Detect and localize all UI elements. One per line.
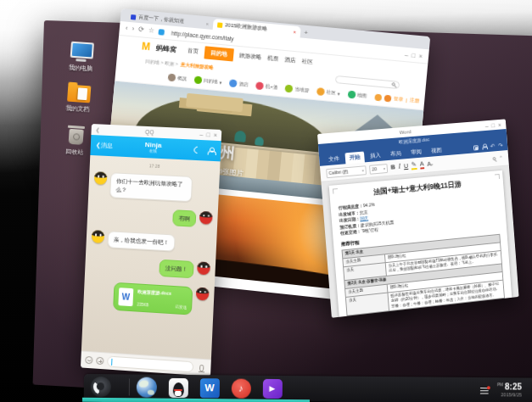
channel-flight-hotel[interactable]: 机+酒 xyxy=(255,81,277,91)
reload-icon[interactable]: ⟳ xyxy=(138,26,144,34)
site-nav-flights[interactable]: 机票 xyxy=(267,54,279,63)
message-input[interactable] xyxy=(107,356,193,373)
font-size-select[interactable]: 20▾ xyxy=(369,164,388,175)
plane-icon xyxy=(255,81,264,90)
word-window-controls: – □ × xyxy=(485,121,501,128)
maximize-button[interactable]: □ xyxy=(206,131,210,137)
chat-message-right: 有啊 xyxy=(92,205,213,228)
register-link[interactable]: 注册 xyxy=(410,97,420,103)
channel-local-tour[interactable]: 当地游 xyxy=(285,85,310,95)
bold-button[interactable]: B xyxy=(390,164,395,170)
tab-review[interactable]: 审阅 xyxy=(406,147,426,159)
hero-dome xyxy=(234,131,246,142)
italic-button[interactable]: I xyxy=(398,164,400,170)
dock-status-area: PM 8:25 2015/9/25 xyxy=(480,382,525,398)
emoji-icon[interactable] xyxy=(85,356,92,365)
tab-file[interactable]: 文件 xyxy=(324,154,344,166)
minimize-button[interactable]: – xyxy=(199,131,203,137)
dock-video[interactable]: ▶ xyxy=(262,378,283,399)
font-family-select[interactable]: Calibri (西▾ xyxy=(326,165,367,178)
ribbon-quick-icons: ↶ ↷ xyxy=(473,142,503,151)
qq-window-controls: – □ × xyxy=(199,131,217,138)
undo-icon[interactable]: ↶ xyxy=(490,143,496,149)
desktop-icon-label: 我的电脑 xyxy=(68,64,92,74)
extension-icon[interactable] xyxy=(159,29,165,36)
tab-insert[interactable]: 插入 xyxy=(366,149,385,162)
baidu-favicon xyxy=(131,14,137,20)
self-avatar[interactable] xyxy=(199,210,213,224)
hotel-icon xyxy=(229,79,238,87)
underline-button[interactable]: U xyxy=(404,163,409,170)
message-bubble: 有啊 xyxy=(172,209,196,227)
doc-link[interactable]: 国庆 xyxy=(360,215,368,221)
close-tab-icon[interactable]: × xyxy=(293,29,296,34)
notification-icon[interactable] xyxy=(480,387,490,394)
word-doc-icon: W xyxy=(118,288,133,306)
tab-view[interactable]: 视图 xyxy=(427,145,446,158)
site-logo-text[interactable]: 蚂蜂窝 xyxy=(156,43,177,54)
site-nav-community[interactable]: 社区 xyxy=(301,57,313,65)
channel-map[interactable]: 地图 xyxy=(347,91,367,100)
dock-qq[interactable] xyxy=(168,377,188,398)
redo-icon[interactable]: ↷ xyxy=(498,142,503,148)
save-icon[interactable] xyxy=(473,145,479,150)
channel-community[interactable]: 社区▾ xyxy=(316,87,340,98)
channel-overview[interactable]: 概况 xyxy=(168,74,188,83)
collapse-ribbon-icon[interactable]: ⌃ xyxy=(499,154,503,161)
dock-clock[interactable]: PM 8:25 2015/9/25 xyxy=(497,383,522,399)
tab-layout[interactable]: 布局 xyxy=(386,148,406,160)
message-icon[interactable] xyxy=(384,94,391,102)
close-button[interactable]: × xyxy=(214,132,217,138)
document-page: 法国+瑞士+意大利9晚11日游 行程满意度：94.2% 出发城市：北京 出发日期… xyxy=(329,170,512,317)
breadcrumb[interactable]: 目的地 > 欧洲 > xyxy=(145,58,178,67)
desktop-icon-my-computer[interactable]: 我的电脑 xyxy=(60,41,101,74)
highlight-pen-icon[interactable]: ✎ xyxy=(412,161,417,170)
channel-hotel[interactable]: 酒店 xyxy=(229,79,249,88)
contact-avatar[interactable] xyxy=(94,171,108,185)
close-button[interactable]: × xyxy=(498,121,501,127)
bookmark-star-icon[interactable]: ☆ xyxy=(148,27,154,35)
dock-browser[interactable] xyxy=(137,377,157,398)
clock-meridiem: PM xyxy=(497,384,503,388)
minimize-button[interactable]: – xyxy=(405,51,409,57)
self-avatar[interactable] xyxy=(197,261,210,275)
minimize-button[interactable]: – xyxy=(485,122,489,128)
site-nav-guides[interactable]: 旅游攻略 xyxy=(238,52,261,61)
close-tab-icon[interactable]: × xyxy=(205,21,209,26)
tab-home[interactable]: 开始 xyxy=(344,152,364,165)
community-icon xyxy=(316,87,325,96)
contact-profile-icon[interactable] xyxy=(207,147,216,155)
back-to-messages-button[interactable]: ❮消息 xyxy=(96,141,113,150)
dock-music[interactable]: ♪ xyxy=(231,378,251,399)
font-color-button[interactable]: A xyxy=(419,160,424,169)
close-button[interactable]: × xyxy=(418,53,423,59)
channel-destination[interactable]: 目的地▾ xyxy=(194,75,222,86)
maximize-button[interactable]: □ xyxy=(412,52,416,58)
dock-word[interactable]: W xyxy=(199,377,220,398)
site-nav-hotels[interactable]: 酒店 xyxy=(284,56,296,64)
maximize-button[interactable]: □ xyxy=(491,122,495,128)
qq-chat-window: ❮ QQ – □ × ❮消息 Ninja 在线 17:28 你们十一去欧洲玩做攻… xyxy=(81,124,221,377)
desktop-icon-my-documents[interactable]: 我的文档 xyxy=(58,84,98,114)
file-transfer-card[interactable]: W 欧洲深度游.docx 235KB 已发送 xyxy=(113,282,193,315)
microphone-icon[interactable] xyxy=(199,364,204,371)
dock-separator xyxy=(129,378,130,395)
site-nav-destination[interactable]: 目的地 xyxy=(204,46,233,61)
site-nav-home[interactable]: 首页 xyxy=(188,47,199,55)
forward-icon[interactable]: › xyxy=(132,25,134,32)
chat-message-area[interactable]: 17:28 你们十一去欧洲玩做攻略了么？ 有啊 亲，给我也发一份吧！ 没问题！ … xyxy=(81,155,221,360)
new-tab-button[interactable]: + xyxy=(304,28,309,39)
login-link[interactable]: 登录 xyxy=(394,96,404,103)
text-effects-button[interactable]: A▾ xyxy=(427,160,433,168)
mafengwo-logo-icon[interactable]: M xyxy=(142,41,151,52)
dock-launcher[interactable] xyxy=(91,377,111,397)
share-person-icon[interactable] xyxy=(481,143,487,149)
attach-plus-icon[interactable] xyxy=(96,357,104,366)
user-avatar-icon[interactable] xyxy=(374,93,382,101)
document-area[interactable]: 法国+瑞士+意大利9晚11日游 行程满意度：94.2% 出发城市：北京 出发日期… xyxy=(321,165,518,317)
find-icon[interactable] xyxy=(492,157,496,160)
self-avatar[interactable] xyxy=(196,287,210,300)
search-icon[interactable] xyxy=(391,82,395,86)
contact-avatar[interactable] xyxy=(92,230,105,243)
back-icon[interactable]: ‹ xyxy=(126,25,128,32)
